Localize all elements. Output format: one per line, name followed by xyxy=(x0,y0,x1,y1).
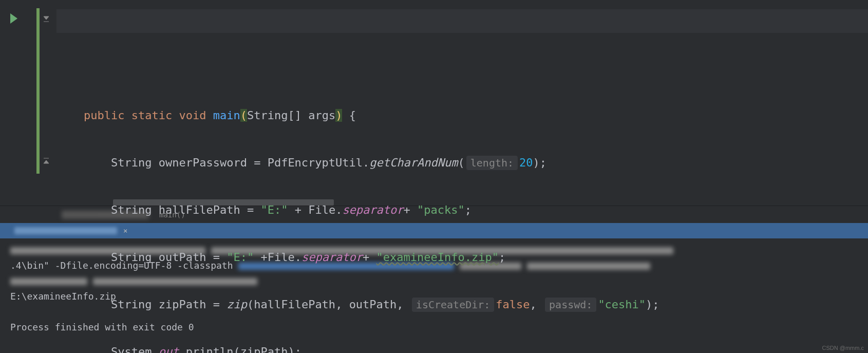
code-line[interactable]: System.out.println(zipPath); xyxy=(56,340,868,353)
fold-end-icon[interactable] xyxy=(43,157,49,164)
code-line[interactable]: String hallFilePath = "E:" + File.separa… xyxy=(56,198,868,222)
editor-gutter xyxy=(0,0,56,206)
current-line-highlight xyxy=(56,9,868,33)
inlay-hint: passwd: xyxy=(545,298,596,312)
inlay-hint: length: xyxy=(466,156,518,170)
code-line[interactable]: public static void main(String[] args) { xyxy=(56,104,868,127)
inlay-hint: isCreateDir: xyxy=(412,298,495,312)
change-marker xyxy=(36,8,40,174)
code-line[interactable]: String outPath = "E:" +File.separator+ "… xyxy=(56,246,868,269)
code-line[interactable]: String zipPath = zip(hallFilePath, outPa… xyxy=(56,293,868,317)
fold-toggle-icon[interactable] xyxy=(43,15,49,23)
code-editor[interactable]: public static void main(String[] args) {… xyxy=(0,0,868,206)
code-line[interactable]: String ownerPassword = PdfEncryptUtil.ge… xyxy=(56,151,868,175)
run-icon[interactable] xyxy=(10,13,17,24)
